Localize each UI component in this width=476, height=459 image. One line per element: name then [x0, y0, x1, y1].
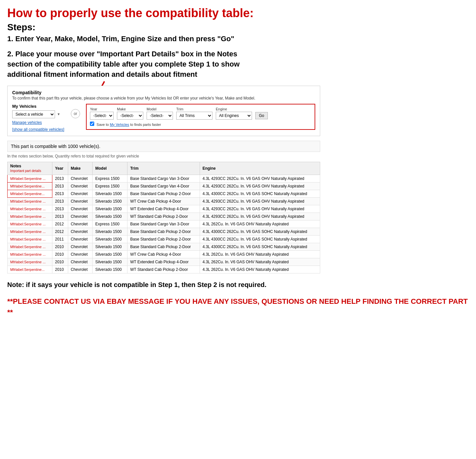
contact-section: **PLEASE CONTACT US VIA EBAY MESSAGE IF …	[7, 296, 469, 318]
cell-engine: 4.3L 262Cu. In. V6 GAS OHV Naturally Asp…	[200, 258, 320, 266]
model-label: Model	[147, 107, 173, 111]
compat-desc: To confirm that this part fits your vehi…	[12, 96, 315, 100]
compatible-count: This part is compatible with 1000 vehicl…	[7, 141, 320, 152]
cell-make: Chevrolet	[68, 175, 93, 182]
year-select[interactable]: -Select-	[90, 112, 114, 120]
cell-engine: 4.3L 4293CC 262Cu. In. V6 GAS OHV Natura…	[200, 182, 320, 190]
cell-make: Chevrolet	[68, 197, 93, 205]
th-notes: Notes Important part details	[8, 162, 52, 175]
cell-make: Chevrolet	[68, 220, 93, 228]
cell-engine: 4.3L 4300CC 262Cu. In. V6 GAS SOHC Natur…	[200, 228, 320, 235]
manage-vehicles-link[interactable]: Manage vehicles	[12, 120, 65, 125]
compat-body: My Vehicles Select a vehicle ▼ Manage ve…	[12, 104, 315, 132]
compat-title: Compatibility	[12, 90, 315, 95]
notes-sub: Important part details	[10, 169, 41, 173]
table-row: Mfrlabel:Serpentine... 2013 Chevrolet Si…	[8, 190, 320, 197]
cell-trim: WT Crew Cab Pickup 4-Door	[127, 250, 200, 258]
table-row: Mfrlabel:Serpentine ... 2010 Chevrolet S…	[8, 250, 320, 258]
th-engine: Engine	[200, 162, 320, 175]
cell-year: 2010	[52, 266, 68, 273]
cell-engine: 4.3L 4300CC 262Cu. In. V6 GAS SOHC Natur…	[200, 190, 320, 197]
cell-notes: Mfrlabel:Serpentine...	[8, 182, 52, 190]
cell-engine: 4.3L 4293CC 262Cu. In. V6 GAS OHV Natura…	[200, 205, 320, 213]
cell-engine: 4.3L 4300CC 262Cu. In. V6 GAS SOHC Natur…	[200, 243, 320, 250]
cell-model: Silverado 1500	[93, 205, 127, 213]
steps-heading: Steps:	[7, 22, 469, 33]
trim-select[interactable]: All Trims	[176, 112, 212, 120]
cell-engine: 4.3L 4300CC 262Cu. In. V6 GAS SOHC Natur…	[200, 235, 320, 243]
go-button[interactable]: Go	[255, 112, 268, 119]
cell-trim: WT Crew Cab Pickup 4-Door	[127, 197, 200, 205]
cell-engine: 4.3L 4293CC 262Cu. In. V6 GAS OHV Natura…	[200, 213, 320, 220]
my-vehicles-label: My Vehicles	[12, 104, 65, 109]
cell-model: Silverado 1500	[93, 228, 127, 235]
vehicle-select[interactable]: Select a vehicle	[12, 110, 55, 118]
table-row: Mfrlabel:Serpentine ... 2010 Chevrolet S…	[8, 258, 320, 266]
cell-model: Express 1500	[93, 182, 127, 190]
cell-notes: Mfrlabel:Serpentine ...	[8, 250, 52, 258]
save-row: Save to My Vehicles to finds parts faste…	[90, 122, 311, 127]
engine-label: Engine	[216, 107, 252, 111]
my-vehicles-section: My Vehicles Select a vehicle ▼ Manage ve…	[12, 104, 65, 132]
cell-make: Chevrolet	[68, 205, 93, 213]
year-label: Year	[90, 107, 114, 111]
cell-trim: Base Standard Cab Pickup 2-Door	[127, 190, 200, 197]
cell-notes: Mfrlabel:Serpentine ...	[8, 175, 52, 182]
step-two-line3: additional fitment information and detai…	[7, 70, 197, 78]
cell-notes: Mfrlabel:Serpentine ...	[8, 258, 52, 266]
cell-engine: 4.3L 262Cu. In. V6 GAS OHV Naturally Asp…	[200, 250, 320, 258]
table-row: Mfrlabel:Serpentine ... 2013 Chevrolet S…	[8, 205, 320, 213]
make-select[interactable]: -Select-	[117, 112, 143, 120]
table-row: Mfrlabel:Serpentine ... 2012 Chevrolet E…	[8, 220, 320, 228]
cell-trim: Base Standard Cab Pickup 2-Door	[127, 228, 200, 235]
quantity-note: In the notes section below, Quantity ref…	[7, 154, 320, 158]
cell-notes: Mfrlabel:Serpentine ...	[8, 220, 52, 228]
model-field: Model -Select-	[147, 107, 173, 120]
cell-trim: WT Standard Cab Pickup 2-Door	[127, 266, 200, 273]
cell-model: Silverado 1500	[93, 266, 127, 273]
compatibility-box: Compatibility To confirm that this part …	[7, 86, 320, 136]
cell-trim: WT Standard Cab Pickup 2-Door	[127, 213, 200, 220]
step-two-line1: 2. Place your mouse over "Important Part…	[7, 50, 237, 58]
cell-year: 2013	[52, 197, 68, 205]
cell-engine: 4.3L 262Cu. In. V6 GAS OHV Naturally Asp…	[200, 266, 320, 273]
table-row: Mfrlabel:Serpentine ... 2011 Chevrolet S…	[8, 235, 320, 243]
engine-select[interactable]: All Engines	[216, 112, 252, 120]
cell-make: Chevrolet	[68, 182, 93, 190]
cell-make: Chevrolet	[68, 258, 93, 266]
model-select[interactable]: -Select-	[147, 112, 173, 120]
cell-make: Chevrolet	[68, 190, 93, 197]
compatibility-table: Notes Important part details Year Make M…	[7, 162, 320, 273]
cell-year: 2012	[52, 220, 68, 228]
cell-year: 2012	[52, 228, 68, 235]
show-all-link[interactable]: [show all compatible vehicles]	[12, 127, 64, 132]
cell-notes: Mfrlabel:Serpentine ...	[8, 205, 52, 213]
cell-make: Chevrolet	[68, 228, 93, 235]
step-one: 1. Enter Year, Make, Model, Trim, Engine…	[7, 35, 469, 43]
save-text: Save to My Vehicles to finds parts faste…	[97, 123, 161, 127]
table-row: Mfrlabel:Serpentine... 2013 Chevrolet Ex…	[8, 182, 320, 190]
table-wrapper: Notes Important part details Year Make M…	[7, 162, 469, 273]
cell-notes: Mfrlabel:Serpentine ...	[8, 213, 52, 220]
save-checkbox[interactable]	[90, 122, 94, 126]
cell-model: Silverado 1500	[93, 190, 127, 197]
my-vehicles-link[interactable]: My Vehicles	[110, 123, 129, 127]
dropdown-arrow-icon: ▼	[57, 112, 60, 116]
cell-trim: WT Extended Cab Pickup 4-Door	[127, 205, 200, 213]
step-two-container: 2. Place your mouse over "Important Part…	[7, 49, 469, 79]
step-two-line2: section of the compatibility table after…	[7, 60, 239, 68]
step-two: 2. Place your mouse over "Important Part…	[7, 49, 469, 79]
cell-trim: Base Standard Cargo Van 3-Door	[127, 175, 200, 182]
table-row: Mfrlabel:Serpentine ... 2013 Chevrolet S…	[8, 213, 320, 220]
cell-model: Silverado 1500	[93, 258, 127, 266]
cell-notes: Mfrlabel:Serpentine ...	[8, 197, 52, 205]
cell-year: 2010	[52, 243, 68, 250]
cell-engine: 4.3L 4293CC 262Cu. In. V6 GAS OHV Natura…	[200, 175, 320, 182]
cell-make: Chevrolet	[68, 235, 93, 243]
th-model: Model	[93, 162, 127, 175]
cell-year: 2010	[52, 258, 68, 266]
cell-notes: Mfrlabel:Serpentine...	[8, 266, 52, 273]
cell-year: 2011	[52, 235, 68, 243]
cell-notes: Mfrlabel:Serpentine ...	[8, 235, 52, 243]
cell-engine: 4.3L 262Cu. In. V6 GAS OHV Naturally Asp…	[200, 220, 320, 228]
